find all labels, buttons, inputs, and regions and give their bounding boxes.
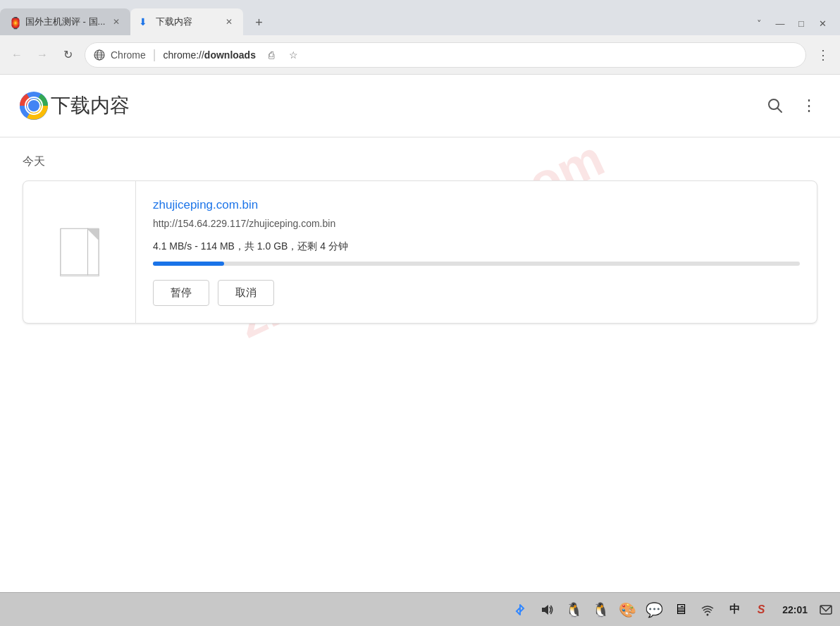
address-favicon (94, 49, 105, 61)
download-item: zhujiceping.com.bin http://154.64.229.11… (23, 180, 817, 324)
maximize-button[interactable]: □ (792, 14, 810, 32)
close-button[interactable]: ✕ (813, 14, 832, 32)
browser-menu-button[interactable]: ⋮ (812, 44, 834, 66)
address-bar[interactable]: Chrome | chrome://downloads ⎙ ☆ (85, 42, 806, 68)
tab-bar: 🏮 国外主机测评 - 国... ✕ ⬇ 下载内容 ✕ + ˅ — □ ✕ (0, 0, 840, 35)
sogou-icon[interactable]: S (750, 599, 772, 621)
browser-window: 🏮 国外主机测评 - 国... ✕ ⬇ 下载内容 ✕ + ˅ — □ ✕ ← →… (0, 0, 840, 626)
address-actions: ⎙ ☆ (261, 45, 304, 65)
downloads-content: zhujiceping.com 今天 zhujiceping.c (0, 137, 840, 340)
page-menu-icon: ⋮ (801, 97, 817, 115)
search-icon (767, 98, 783, 113)
toolbar: ← → ↻ Chrome | chrome://downloads ⎙ ☆ ⋮ (0, 35, 840, 75)
page-header: 下载内容 ⋮ (0, 75, 840, 137)
bookmark-button[interactable]: ☆ (284, 45, 304, 65)
download-info: zhujiceping.com.bin http://154.64.229.11… (136, 181, 817, 323)
volume-icon[interactable] (536, 599, 558, 621)
url-prefix: chrome:// (163, 49, 204, 61)
qq-icon-1[interactable]: 🐧 (562, 599, 585, 621)
palette-icon[interactable]: 🎨 (616, 599, 638, 621)
notification-icon[interactable] (817, 601, 834, 618)
page-title: 下载内容 (51, 92, 130, 119)
tab-inactive[interactable]: 🏮 国外主机测评 - 国... ✕ (0, 8, 130, 35)
file-icon-svg (61, 228, 99, 276)
section-label-today: 今天 (23, 154, 817, 169)
tab-close-2[interactable]: ✕ (223, 16, 235, 27)
taskbar: 🐧 🐧 🎨 💬 🖥 中 S 22:01 (0, 592, 840, 626)
download-filename[interactable]: zhujiceping.com.bin (153, 198, 800, 212)
page-menu-button[interactable]: ⋮ (795, 92, 823, 120)
file-icon (60, 228, 99, 276)
address-secure-text: Chrome (111, 49, 146, 61)
tab-close-1[interactable]: ✕ (111, 16, 122, 27)
progress-bar-container (153, 262, 800, 266)
tab-active[interactable]: ⬇ 下载内容 ✕ (130, 8, 243, 35)
minimize-button[interactable]: — (771, 14, 789, 32)
qq-icon-2[interactable]: 🐧 (589, 599, 612, 621)
pause-button[interactable]: 暂停 (153, 280, 209, 306)
share-button[interactable]: ⎙ (261, 45, 281, 65)
window-controls: ˅ — □ ✕ (741, 14, 840, 32)
page-header-actions: ⋮ (761, 92, 823, 120)
download-icon-area (23, 181, 136, 323)
download-actions: 暂停 取消 (153, 280, 800, 306)
reload-button[interactable]: ↻ (56, 44, 79, 66)
svg-rect-12 (87, 228, 98, 275)
tab-title-2: 下载内容 (156, 16, 218, 28)
taskbar-tray: 🐧 🐧 🎨 💬 🖥 中 S 22:01 (509, 599, 834, 621)
svg-rect-11 (61, 228, 88, 275)
svg-point-15 (707, 613, 709, 615)
new-tab-button[interactable]: + (246, 10, 271, 35)
download-speed: 4.1 MB/s - 114 MB，共 1.0 GB，还剩 4 分钟 (153, 240, 800, 253)
url-highlight: downloads (204, 49, 256, 61)
search-button[interactable] (761, 92, 789, 120)
taskbar-clock: 22:01 (782, 604, 808, 615)
bluetooth-icon[interactable] (509, 599, 531, 621)
chinese-input-icon[interactable]: 中 (723, 599, 746, 621)
tab-favicon-1: 🏮 (8, 16, 20, 27)
address-url: chrome://downloads (163, 49, 255, 61)
wifi-icon[interactable] (696, 599, 719, 621)
tab-title-1: 国外主机测评 - 国... (25, 16, 105, 28)
progress-bar-fill (153, 262, 224, 266)
monitor-icon[interactable]: 🖥 (669, 599, 692, 621)
download-url: http://154.64.229.117/zhujiceping.com.bi… (153, 218, 800, 229)
wechat-icon[interactable]: 💬 (643, 599, 665, 621)
svg-line-10 (777, 108, 782, 112)
cancel-button[interactable]: 取消 (218, 280, 274, 306)
page-content: 下载内容 ⋮ zhujiceping.com 今天 (0, 75, 840, 592)
chrome-logo (17, 89, 51, 123)
address-separator: | (153, 47, 156, 62)
back-button[interactable]: ← (6, 44, 28, 66)
forward-button[interactable]: → (31, 44, 54, 66)
svg-point-7 (28, 100, 39, 111)
chevron-button[interactable]: ˅ (750, 14, 768, 32)
tab-favicon-2: ⬇ (139, 16, 150, 27)
